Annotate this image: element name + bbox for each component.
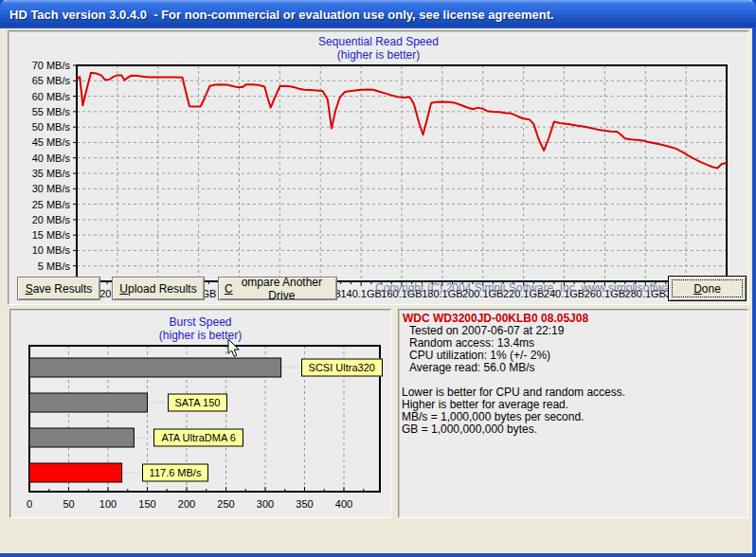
bar-value-label: SATA 150 [168,394,228,412]
svg-text:250: 250 [217,498,234,510]
svg-text:15 MB/s: 15 MB/s [32,229,71,241]
info-note-gb: GB = 1,000,000,000 bytes. [399,423,747,436]
svg-text:0: 0 [27,498,32,510]
upload-results-button[interactable]: Upload Results [112,277,205,300]
svg-text:150: 150 [138,498,155,510]
sequential-chart-subtitle: (higher is better) [9,48,748,62]
title-bar: HD Tach version 3.0.4.0 - For non-commer… [0,0,756,28]
sequential-read-chart: 70 MB/s65 MB/s60 MB/s55 MB/s50 MB/s45 MB… [9,31,748,304]
copyright-text: Copyright (C) 2004 Simpli Software, Inc.… [375,281,705,295]
save-results-button[interactable]: Save Results [17,277,100,300]
burst-speed-panel: Burst Speed (higher is better) 050100150… [9,309,391,518]
svg-text:30 MB/s: 30 MB/s [32,183,71,194]
done-button[interactable]: Done [668,276,747,301]
svg-text:60 MB/s: 60 MB/s [32,91,71,102]
drive-info-panel: WDC WD3200JD-00KLB0 08.05J08 Tested on 2… [398,309,748,518]
svg-text:300: 300 [257,498,274,510]
svg-text:10 MB/s: 10 MB/s [32,244,71,256]
bar-value-label: ATA UltraDMA 6 [153,429,243,447]
sequential-chart-title: Sequential Read Speed [9,35,748,48]
bar-value-label: 117.6 MB/s [142,464,209,482]
compare-another-drive-button[interactable]: Compare Another Drive [218,277,337,300]
svg-text:40 MB/s: 40 MB/s [32,153,71,164]
bar-value-label: SCSI Ultra320 [301,359,383,377]
svg-text:45 MB/s: 45 MB/s [32,136,71,148]
svg-text:20 MB/s: 20 MB/s [32,214,71,225]
burst-speed-chart: 050100150200250300350400 [10,310,390,517]
svg-text:35 MB/s: 35 MB/s [32,168,71,179]
svg-text:50: 50 [63,498,74,510]
client-area: Sequential Read Speed (higher is better)… [0,28,748,553]
svg-text:400: 400 [335,498,352,510]
sequential-read-panel: Sequential Read Speed (higher is better)… [8,30,749,305]
window-title: HD Tach version 3.0.4.0 - For non-commer… [0,8,554,22]
svg-text:50 MB/s: 50 MB/s [32,121,71,133]
svg-text:350: 350 [296,498,313,510]
svg-text:55 MB/s: 55 MB/s [32,106,71,117]
svg-text:65 MB/s: 65 MB/s [32,75,71,86]
svg-text:5 MB/s: 5 MB/s [38,261,71,272]
svg-text:25 MB/s: 25 MB/s [32,199,71,210]
svg-text:100: 100 [99,498,117,510]
app-window: HD Tach version 3.0.4.0 - For non-commer… [0,0,756,557]
info-line-average-read: Average read: 56.0 MB/s [399,362,747,374]
svg-text:200: 200 [178,498,195,510]
